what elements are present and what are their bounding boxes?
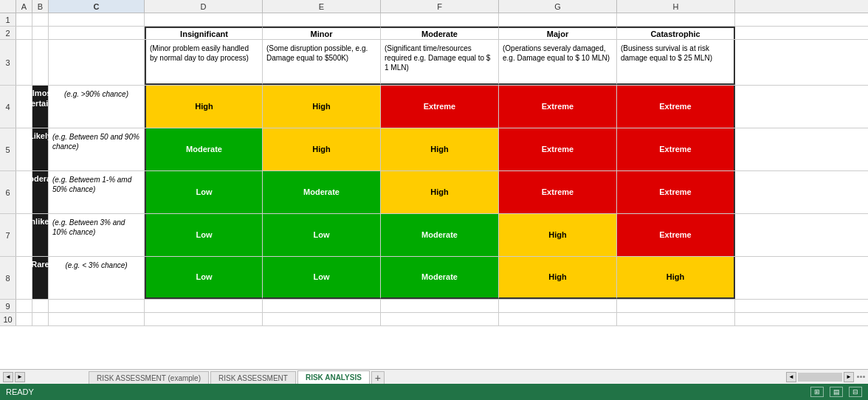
cell-3E-minor-sub: (Some disruption possible, e.g. Damage e… bbox=[263, 40, 381, 85]
col-header-C: C bbox=[49, 0, 145, 13]
cell-6C-sub: (e.g. Betweem 1-% amd 50% chance) bbox=[49, 171, 145, 213]
cell-7E: Low bbox=[263, 214, 381, 256]
cell-9H bbox=[617, 300, 735, 312]
cell-9D bbox=[145, 300, 263, 312]
cell-5F: High bbox=[381, 128, 499, 170]
tab-bar: RISK ASSESSMENT (example) RISK ASSESSMEN… bbox=[89, 370, 385, 385]
cell-2H-catastrophic: Catastrophic bbox=[617, 27, 735, 39]
cell-7B-label: Unlikely bbox=[32, 214, 49, 256]
status-preview-icon[interactable]: ⊟ bbox=[849, 387, 862, 397]
h-scroll-right[interactable]: ► bbox=[844, 372, 854, 382]
cell-5D: Moderate bbox=[145, 128, 263, 170]
scroll-right-btn[interactable]: ► bbox=[15, 372, 25, 382]
cell-8G: High bbox=[499, 257, 617, 299]
cell-10E bbox=[263, 313, 381, 325]
cell-3C bbox=[49, 40, 145, 85]
col-header-F: F bbox=[381, 0, 499, 13]
cell-10D bbox=[145, 313, 263, 325]
tab-add-button[interactable]: + bbox=[371, 371, 385, 385]
status-ready: READY bbox=[6, 387, 34, 396]
tab-risk-analysis[interactable]: RISK ANALYSIS bbox=[297, 370, 370, 385]
col-header-D: D bbox=[145, 0, 263, 13]
h-scroll-left[interactable]: ◄ bbox=[786, 372, 796, 382]
cell-5C-sub: (e.g. Between 50 and 90% chance) bbox=[49, 128, 145, 170]
cell-9B bbox=[32, 300, 49, 312]
cell-2C bbox=[49, 27, 145, 39]
row-2: 2 Insignificant Minor Moderate Major Cat… bbox=[0, 27, 868, 40]
cell-4H: Extreme bbox=[617, 86, 735, 128]
cell-2G-major: Major bbox=[499, 27, 617, 39]
row-9: 9 bbox=[0, 300, 868, 313]
cell-6H: Extreme bbox=[617, 171, 735, 213]
scroll-dots bbox=[857, 376, 868, 378]
row-num-8: 8 bbox=[0, 257, 16, 299]
cell-10F bbox=[381, 313, 499, 325]
cell-3G-major-sub: (Operations severaly damaged, e.g. Damag… bbox=[499, 40, 617, 85]
cell-6G: Extreme bbox=[499, 171, 617, 213]
cell-9A bbox=[16, 300, 32, 312]
cell-10B bbox=[32, 313, 49, 325]
row-num-9: 9 bbox=[0, 300, 16, 312]
row-num-10: 10 bbox=[0, 313, 16, 325]
row-num-5: 5 bbox=[0, 128, 16, 170]
cell-4F: Extreme bbox=[381, 86, 499, 128]
tab-risk-assessment-example[interactable]: RISK ASSESSMENT (example) bbox=[89, 371, 209, 385]
status-right-icons: ⊞ ▤ ⊟ bbox=[810, 387, 862, 397]
scroll-left-btn[interactable]: ◄ bbox=[3, 372, 13, 382]
column-headers: A B C D E F G H bbox=[0, 0, 868, 13]
cell-4D: High bbox=[145, 86, 263, 128]
cell-10A bbox=[16, 313, 32, 325]
col-header-A: A bbox=[16, 0, 32, 13]
row-7: 7 Unlikely (e.g. Between 3% and 10% chan… bbox=[0, 214, 868, 257]
cell-9E bbox=[263, 300, 381, 312]
horizontal-scrollbar: ◄ ► bbox=[786, 372, 857, 382]
cell-7D: Low bbox=[145, 214, 263, 256]
sheet-nav-buttons: ◄ ► bbox=[0, 372, 89, 382]
cell-1C bbox=[49, 13, 145, 26]
cell-5E: High bbox=[263, 128, 381, 170]
tab-risk-assessment[interactable]: RISK ASSESSMENT bbox=[210, 371, 296, 385]
cell-5H: Extreme bbox=[617, 128, 735, 170]
cell-2D-insignificant: Insignificant bbox=[145, 27, 263, 39]
cell-1E bbox=[263, 13, 381, 26]
row-8: 8 Rare (e.g. < 3% chance) Low Low Modera… bbox=[0, 257, 868, 300]
cell-6B-label: Moderate bbox=[32, 171, 49, 213]
cell-4B-label: Almost certain bbox=[32, 86, 49, 128]
cell-1G bbox=[499, 13, 617, 26]
cell-7C-sub: (e.g. Between 3% and 10% chance) bbox=[49, 214, 145, 256]
cell-8H: High bbox=[617, 257, 735, 299]
cell-6F: High bbox=[381, 171, 499, 213]
cell-1A bbox=[16, 13, 32, 26]
cell-1H bbox=[617, 13, 735, 26]
status-grid-icon[interactable]: ⊞ bbox=[810, 387, 824, 397]
cell-6D: Low bbox=[145, 171, 263, 213]
bottom-scroll-area: ◄ ► RISK ASSESSMENT (example) RISK ASSES… bbox=[0, 369, 868, 384]
row-num-2: 2 bbox=[0, 27, 16, 39]
row-num-4: 4 bbox=[0, 86, 16, 128]
cell-1B bbox=[32, 13, 49, 26]
status-page-icon[interactable]: ▤ bbox=[830, 387, 843, 397]
col-header-G: G bbox=[499, 0, 617, 13]
cell-8E: Low bbox=[263, 257, 381, 299]
cell-8B-label: Rare bbox=[32, 257, 49, 299]
scroll-dot bbox=[860, 376, 862, 378]
cell-4C-sub: (e.g. >90% chance) bbox=[49, 86, 145, 128]
status-bar: READY ⊞ ▤ ⊟ bbox=[0, 384, 868, 400]
row-10: 10 bbox=[0, 313, 868, 326]
row-1: 1 bbox=[0, 13, 868, 27]
cell-3D-insignificant-sub: (Minor problem easily handled by normal … bbox=[145, 40, 263, 85]
cell-8C-sub: (e.g. < 3% chance) bbox=[49, 257, 145, 299]
h-scroll-track[interactable] bbox=[798, 373, 842, 382]
row-3: 3 (Minor problem easily handled by norma… bbox=[0, 40, 868, 86]
cell-8F: Moderate bbox=[381, 257, 499, 299]
cell-2E-minor: Minor bbox=[263, 27, 381, 39]
cell-7H: Extreme bbox=[617, 214, 735, 256]
cell-4G: Extreme bbox=[499, 86, 617, 128]
row-5: 5 Likely (e.g. Between 50 and 90% chance… bbox=[0, 128, 868, 171]
cell-2F-moderate: Moderate bbox=[381, 27, 499, 39]
col-header-B: B bbox=[32, 0, 49, 13]
row-num-1: 1 bbox=[0, 13, 16, 26]
cell-4E: High bbox=[263, 86, 381, 128]
cell-7F: Moderate bbox=[381, 214, 499, 256]
row-num-6: 6 bbox=[0, 171, 16, 213]
